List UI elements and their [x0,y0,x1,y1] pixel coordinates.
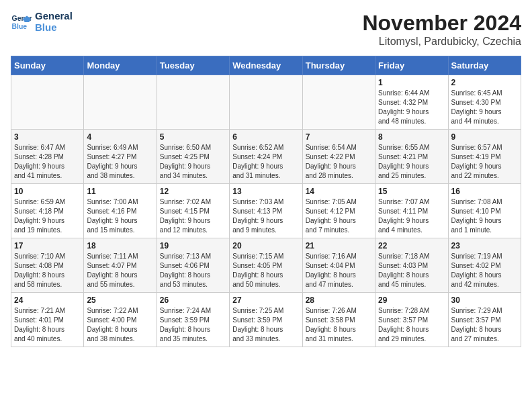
calendar-cell: 6Sunrise: 6:52 AM Sunset: 4:24 PM Daylig… [230,130,302,184]
day-info: Sunrise: 7:15 AM Sunset: 4:05 PM Dayligh… [232,252,299,289]
day-number: 16 [451,187,518,196]
calendar-cell [157,75,229,130]
day-info: Sunrise: 6:52 AM Sunset: 4:24 PM Dayligh… [232,143,299,181]
calendar-cell: 25Sunrise: 7:22 AM Sunset: 4:00 PM Dayli… [84,293,157,347]
day-header-wednesday: Wednesday [230,56,302,75]
day-info: Sunrise: 7:08 AM Sunset: 4:10 PM Dayligh… [451,197,518,235]
calendar-cell [302,75,375,130]
logo-icon: General Blue [11,11,32,33]
day-number: 6 [232,132,299,142]
calendar-cell: 14Sunrise: 7:05 AM Sunset: 4:12 PM Dayli… [302,184,375,238]
day-header-thursday: Thursday [302,56,375,75]
calendar-cell: 13Sunrise: 7:03 AM Sunset: 4:13 PM Dayli… [230,184,302,238]
svg-text:Blue: Blue [12,22,28,30]
day-info: Sunrise: 6:49 AM Sunset: 4:27 PM Dayligh… [87,143,153,181]
calendar-cell [84,75,157,130]
day-number: 21 [306,241,372,250]
calendar-cell: 4Sunrise: 6:49 AM Sunset: 4:27 PM Daylig… [84,130,157,184]
day-info: Sunrise: 6:44 AM Sunset: 4:32 PM Dayligh… [378,89,445,126]
calendar-cell [11,75,84,130]
day-number: 22 [378,241,445,250]
day-number: 1 [378,78,445,87]
day-info: Sunrise: 6:55 AM Sunset: 4:21 PM Dayligh… [378,143,445,181]
calendar-cell: 16Sunrise: 7:08 AM Sunset: 4:10 PM Dayli… [448,184,521,238]
day-info: Sunrise: 7:25 AM Sunset: 3:59 PM Dayligh… [232,306,299,344]
calendar-cell: 29Sunrise: 7:28 AM Sunset: 3:57 PM Dayli… [375,293,448,347]
day-info: Sunrise: 7:16 AM Sunset: 4:04 PM Dayligh… [306,252,372,289]
day-number: 19 [160,241,226,250]
location-title: Litomysl, Pardubicky, Czechia [362,36,521,48]
calendar-cell: 27Sunrise: 7:25 AM Sunset: 3:59 PM Dayli… [230,293,302,347]
day-info: Sunrise: 7:29 AM Sunset: 3:57 PM Dayligh… [451,306,518,344]
day-info: Sunrise: 7:21 AM Sunset: 4:01 PM Dayligh… [14,306,81,344]
calendar-body: 1Sunrise: 6:44 AM Sunset: 4:32 PM Daylig… [11,75,521,347]
day-info: Sunrise: 7:28 AM Sunset: 3:57 PM Dayligh… [378,306,445,344]
day-number: 26 [160,295,226,305]
day-number: 30 [451,295,518,305]
calendar-week-2: 3Sunrise: 6:47 AM Sunset: 4:28 PM Daylig… [11,130,521,184]
day-info: Sunrise: 6:45 AM Sunset: 4:30 PM Dayligh… [451,89,518,126]
day-number: 17 [14,241,81,250]
day-number: 29 [378,295,445,305]
day-info: Sunrise: 7:10 AM Sunset: 4:08 PM Dayligh… [14,252,81,289]
day-info: Sunrise: 7:07 AM Sunset: 4:11 PM Dayligh… [378,197,445,235]
logo: General Blue General Blue [11,11,73,33]
day-number: 9 [451,132,518,142]
day-number: 28 [306,295,372,305]
calendar-table: SundayMondayTuesdayWednesdayThursdayFrid… [11,56,521,347]
day-header-monday: Monday [84,56,157,75]
day-info: Sunrise: 6:50 AM Sunset: 4:25 PM Dayligh… [160,143,226,181]
day-info: Sunrise: 7:02 AM Sunset: 4:15 PM Dayligh… [160,197,226,235]
day-info: Sunrise: 7:00 AM Sunset: 4:16 PM Dayligh… [87,197,153,235]
calendar-cell: 24Sunrise: 7:21 AM Sunset: 4:01 PM Dayli… [11,293,84,347]
calendar-cell: 3Sunrise: 6:47 AM Sunset: 4:28 PM Daylig… [11,130,84,184]
day-number: 20 [232,241,299,250]
day-header-sunday: Sunday [11,56,84,75]
day-info: Sunrise: 7:18 AM Sunset: 4:03 PM Dayligh… [378,252,445,289]
calendar-cell: 23Sunrise: 7:19 AM Sunset: 4:02 PM Dayli… [448,238,521,293]
day-number: 12 [160,187,226,196]
day-number: 23 [451,241,518,250]
logo-blue: Blue [35,22,73,34]
calendar-week-4: 17Sunrise: 7:10 AM Sunset: 4:08 PM Dayli… [11,238,521,293]
day-info: Sunrise: 7:26 AM Sunset: 3:58 PM Dayligh… [306,306,372,344]
calendar-cell: 18Sunrise: 7:11 AM Sunset: 4:07 PM Dayli… [84,238,157,293]
day-header-tuesday: Tuesday [157,56,229,75]
day-info: Sunrise: 7:24 AM Sunset: 3:59 PM Dayligh… [160,306,226,344]
calendar-cell: 12Sunrise: 7:02 AM Sunset: 4:15 PM Dayli… [157,184,229,238]
day-info: Sunrise: 6:54 AM Sunset: 4:22 PM Dayligh… [306,143,372,181]
calendar-cell: 21Sunrise: 7:16 AM Sunset: 4:04 PM Dayli… [302,238,375,293]
day-number: 13 [232,187,299,196]
calendar-week-1: 1Sunrise: 6:44 AM Sunset: 4:32 PM Daylig… [11,75,521,130]
day-info: Sunrise: 6:47 AM Sunset: 4:28 PM Dayligh… [14,143,81,181]
calendar-cell: 17Sunrise: 7:10 AM Sunset: 4:08 PM Dayli… [11,238,84,293]
logo-general: General [35,11,73,22]
calendar-cell: 30Sunrise: 7:29 AM Sunset: 3:57 PM Dayli… [448,293,521,347]
calendar-cell: 9Sunrise: 6:57 AM Sunset: 4:19 PM Daylig… [448,130,521,184]
calendar-cell [230,75,302,130]
day-number: 11 [87,187,153,196]
calendar-week-5: 24Sunrise: 7:21 AM Sunset: 4:01 PM Dayli… [11,293,521,347]
calendar-cell: 10Sunrise: 6:59 AM Sunset: 4:18 PM Dayli… [11,184,84,238]
calendar-header-row: SundayMondayTuesdayWednesdayThursdayFrid… [11,56,521,75]
day-info: Sunrise: 6:59 AM Sunset: 4:18 PM Dayligh… [14,197,81,235]
calendar-cell: 22Sunrise: 7:18 AM Sunset: 4:03 PM Dayli… [375,238,448,293]
calendar-cell: 15Sunrise: 7:07 AM Sunset: 4:11 PM Dayli… [375,184,448,238]
calendar-cell: 5Sunrise: 6:50 AM Sunset: 4:25 PM Daylig… [157,130,229,184]
day-number: 2 [451,78,518,87]
day-number: 10 [14,187,81,196]
header: General Blue General Blue November 2024 … [11,11,521,48]
day-info: Sunrise: 7:13 AM Sunset: 4:06 PM Dayligh… [160,252,226,289]
day-info: Sunrise: 7:22 AM Sunset: 4:00 PM Dayligh… [87,306,153,344]
day-header-friday: Friday [375,56,448,75]
day-number: 8 [378,132,445,142]
day-number: 7 [306,132,372,142]
day-info: Sunrise: 7:05 AM Sunset: 4:12 PM Dayligh… [306,197,372,235]
calendar-week-3: 10Sunrise: 6:59 AM Sunset: 4:18 PM Dayli… [11,184,521,238]
day-info: Sunrise: 7:03 AM Sunset: 4:13 PM Dayligh… [232,197,299,235]
calendar-cell: 2Sunrise: 6:45 AM Sunset: 4:30 PM Daylig… [448,75,521,130]
day-number: 5 [160,132,226,142]
day-info: Sunrise: 7:11 AM Sunset: 4:07 PM Dayligh… [87,252,153,289]
calendar-cell: 1Sunrise: 6:44 AM Sunset: 4:32 PM Daylig… [375,75,448,130]
calendar-cell: 8Sunrise: 6:55 AM Sunset: 4:21 PM Daylig… [375,130,448,184]
